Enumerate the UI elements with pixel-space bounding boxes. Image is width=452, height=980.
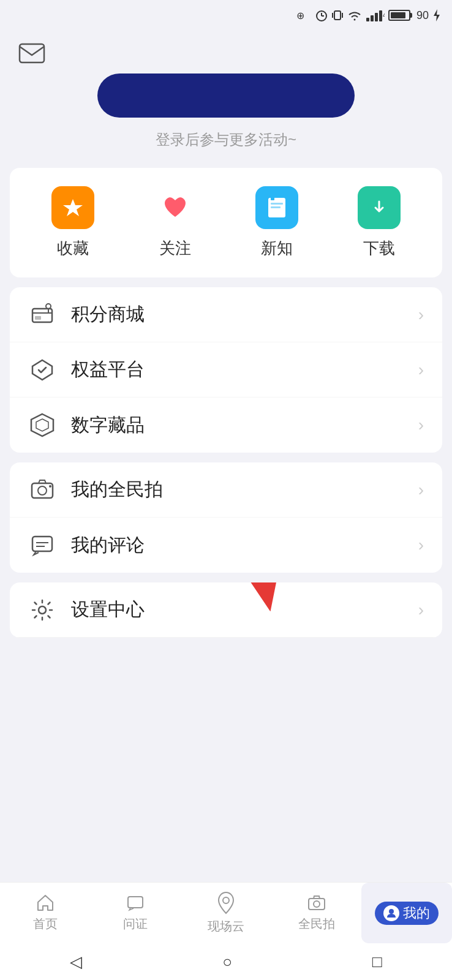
status-icons: ⊕ 4G 90	[296, 9, 441, 22]
rights-platform-arrow: ›	[418, 360, 424, 380]
newknow-label: 新知	[261, 238, 293, 259]
status-bar: ⊕ 4G 90	[0, 0, 452, 31]
svg-text:4G: 4G	[383, 12, 385, 19]
svg-rect-31	[32, 537, 52, 551]
nav-item-xianchang[interactable]: 现场云	[181, 883, 271, 943]
svg-marker-27	[36, 419, 48, 431]
digital-collectibles-label: 数字藏品	[71, 413, 418, 438]
rights-platform-label: 权益平台	[71, 357, 418, 382]
svg-rect-36	[128, 897, 143, 908]
battery-icon	[388, 10, 410, 21]
points-mall-icon	[28, 301, 56, 329]
svg-marker-12	[434, 9, 440, 21]
xianchang-nav-icon	[216, 891, 236, 916]
menu-item-rights-platform[interactable]: 权益平台 ›	[10, 342, 442, 398]
svg-point-29	[38, 486, 47, 495]
charging-icon	[432, 9, 441, 21]
my-comment-arrow: ›	[418, 535, 424, 555]
svg-rect-24	[35, 316, 41, 320]
svg-rect-10	[379, 10, 382, 21]
xianchang-nav-label: 现场云	[208, 918, 244, 935]
my-photo-icon	[28, 476, 56, 504]
svg-point-30	[49, 485, 51, 488]
follow-icon-bg	[154, 186, 197, 229]
newknow-icon	[255, 186, 298, 229]
home-button[interactable]: ○	[222, 952, 232, 971]
settings-icon	[28, 596, 56, 624]
quick-action-collect[interactable]: 收藏	[51, 186, 94, 259]
svg-rect-20	[32, 309, 52, 322]
my-comment-icon	[28, 531, 56, 559]
menu-item-points-mall[interactable]: 积分商城 ›	[10, 287, 442, 342]
mail-icon[interactable]	[18, 43, 45, 66]
home-nav-label: 首页	[33, 916, 58, 932]
my-comment-label: 我的评论	[71, 533, 418, 558]
quick-action-newknow[interactable]: 新知	[255, 186, 298, 259]
menu-item-digital-collectibles[interactable]: 数字藏品 ›	[10, 398, 442, 453]
signal-icon: 4G	[366, 9, 385, 21]
mine-badge: 我的	[375, 902, 439, 925]
points-mall-arrow: ›	[418, 305, 424, 325]
svg-rect-38	[309, 899, 325, 910]
vibrate-icon	[332, 9, 343, 22]
mine-badge-icon	[383, 905, 399, 921]
menu-card-2: 我的全民拍 › 我的评论 ›	[10, 462, 442, 573]
svg-rect-8	[371, 15, 374, 21]
system-nav: ◁ ○ □	[0, 943, 452, 980]
menu-card-1: 积分商城 › 权益平台 › 数字藏品 ›	[10, 287, 442, 453]
wenzheng-nav-icon	[126, 894, 145, 912]
collect-icon	[51, 186, 94, 229]
quick-action-download[interactable]: 下载	[358, 186, 401, 259]
menu-item-my-photo[interactable]: 我的全民拍 ›	[10, 462, 442, 518]
settings-arrow: ›	[418, 600, 424, 620]
svg-rect-17	[271, 203, 283, 205]
svg-point-37	[223, 897, 229, 903]
login-button[interactable]	[97, 74, 355, 118]
mine-nav-label: 我的	[403, 904, 430, 922]
menu-item-my-comment[interactable]: 我的评论 ›	[10, 518, 442, 573]
svg-marker-26	[31, 414, 53, 436]
download-label: 下载	[363, 238, 395, 259]
bottom-nav: 首页 问证 现场云 全民拍	[0, 882, 452, 943]
svg-rect-18	[271, 206, 281, 208]
nfc-icon: ⊕	[296, 9, 311, 21]
recent-button[interactable]: □	[372, 952, 382, 971]
back-button[interactable]: ◁	[70, 952, 82, 971]
svg-rect-16	[271, 197, 274, 200]
follow-label: 关注	[159, 238, 191, 259]
wenzheng-nav-label: 问证	[123, 916, 148, 932]
svg-marker-14	[63, 199, 83, 216]
quanmin-nav-label: 全民拍	[298, 916, 335, 932]
my-photo-label: 我的全民拍	[71, 477, 418, 502]
profile-section: 登录后参与更多活动~	[0, 31, 452, 168]
nav-item-quanmin[interactable]: 全民拍	[271, 883, 362, 943]
collect-label: 收藏	[57, 238, 89, 259]
menu-card-3: 设置中心 ›	[10, 582, 442, 638]
rights-platform-icon	[28, 356, 56, 384]
wifi-icon	[347, 9, 363, 22]
battery-level: 90	[416, 9, 429, 22]
svg-rect-7	[366, 18, 369, 21]
digital-collectibles-arrow: ›	[418, 415, 424, 435]
svg-marker-25	[32, 360, 52, 380]
nav-item-home[interactable]: 首页	[0, 883, 91, 943]
quick-actions-card: 收藏 关注 新知 下载	[10, 168, 442, 277]
home-nav-icon	[36, 894, 55, 912]
download-icon	[358, 186, 401, 229]
svg-rect-4	[334, 11, 341, 20]
settings-label: 设置中心	[71, 597, 418, 622]
quick-action-follow[interactable]: 关注	[154, 186, 197, 259]
menu-item-settings[interactable]: 设置中心 ›	[10, 582, 442, 638]
svg-rect-9	[375, 13, 378, 21]
nav-item-mine[interactable]: 我的	[361, 883, 452, 943]
digital-collectibles-icon	[28, 411, 56, 439]
svg-text:⊕: ⊕	[296, 10, 304, 21]
nav-item-wenzheng[interactable]: 问证	[91, 883, 181, 943]
alarm-icon	[315, 9, 328, 22]
svg-rect-13	[20, 44, 44, 62]
svg-point-34	[39, 606, 46, 614]
svg-point-40	[389, 909, 394, 914]
svg-point-39	[314, 901, 320, 907]
quanmin-nav-icon	[307, 894, 326, 912]
my-photo-arrow: ›	[418, 480, 424, 500]
